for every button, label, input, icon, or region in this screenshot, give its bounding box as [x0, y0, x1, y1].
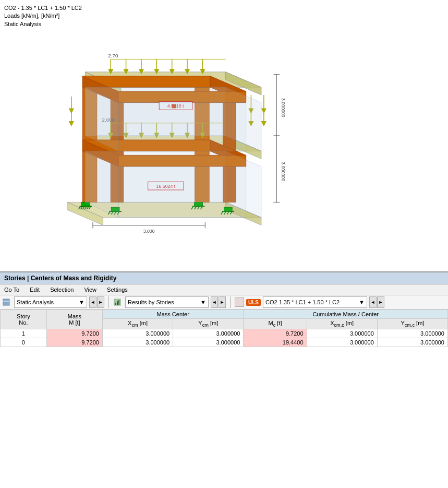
analysis-dropdown-arrow[interactable]: ▼	[79, 299, 84, 305]
col-mc: Mc [t]	[244, 319, 307, 329]
svg-text:3.000: 3.000	[143, 229, 155, 234]
cell-story-0: 0	[1, 338, 47, 347]
toolbar-bar: Static Analysis ▼ ◄ ► Results by Stories…	[0, 295, 448, 310]
cell-xcmc-1: 3.000000	[307, 329, 377, 338]
menu-selection[interactable]: Selection	[48, 285, 76, 294]
col-mass: MassM [t]	[46, 310, 102, 329]
analysis-nav: ◄ ►	[89, 296, 104, 308]
col-mass-center: Mass Center	[102, 310, 243, 319]
cell-story-1: 1	[1, 329, 47, 338]
results-prev[interactable]: ◄	[211, 296, 218, 308]
col-xcm: Xcm [m]	[102, 319, 173, 329]
cell-mc-0: 19.4400	[244, 338, 307, 347]
menu-settings[interactable]: Settings	[105, 285, 130, 294]
col-ycm: Ycm [m]	[173, 319, 244, 329]
menu-bar: Go To Edit Selection View Settings	[0, 284, 448, 295]
results-icon	[113, 298, 122, 306]
svg-text:2.70: 2.70	[108, 53, 118, 58]
cell-mass-0: 9.7200	[46, 338, 102, 347]
viewport: CO2 - 1.35 * LC1 + 1.50 * LC2 Loads [kN/…	[0, 0, 448, 271]
analysis-next[interactable]: ►	[97, 296, 104, 308]
cell-mass-1: 9.7200	[46, 329, 102, 338]
header-line1: CO2 - 1.35 * LC1 + 1.50 * LC2	[4, 4, 82, 12]
cell-xcm-1: 3.000000	[102, 329, 173, 338]
cell-ycmc-0: 3.000000	[377, 338, 447, 347]
menu-edit[interactable]: Edit	[28, 285, 42, 294]
results-nav: ◄ ►	[211, 296, 226, 308]
svg-rect-121	[118, 300, 119, 305]
table-area: StoryNo. MassM [t] Mass Center Cumulativ…	[0, 310, 448, 488]
cell-mc-1: 9.7200	[244, 329, 307, 338]
cell-ycm-1: 3.000000	[173, 329, 244, 338]
combo-next[interactable]: ►	[377, 296, 384, 308]
table-row: 0 9.7200 3.000000 3.000000 19.4400 3.000…	[1, 338, 448, 347]
combo-dropdown-arrow[interactable]: ▼	[359, 299, 365, 305]
cell-xcmc-0: 3.000000	[307, 338, 377, 347]
svg-rect-120	[117, 301, 118, 305]
menu-view[interactable]: View	[82, 285, 99, 294]
separator1	[108, 296, 109, 308]
col-xcmc: Xcm,c [m]	[307, 319, 377, 329]
col-story-no: StoryNo.	[1, 310, 47, 329]
separator2	[230, 296, 231, 308]
header-line2: Loads [kN/m], [kN/m²]	[4, 12, 82, 20]
cell-xcm-0: 3.000000	[102, 338, 173, 347]
results-dropdown[interactable]: Results by Stories ▼	[125, 296, 209, 308]
analysis-prev[interactable]: ◄	[89, 296, 96, 308]
results-table: StoryNo. MassM [t] Mass Center Cumulativ…	[0, 310, 448, 347]
svg-rect-119	[115, 303, 116, 305]
table-row: 1 9.7200 3.000000 3.000000 9.7200 3.0000…	[1, 329, 448, 338]
combo-nav: ◄ ►	[369, 296, 384, 308]
svg-text:3.000000: 3.000000	[281, 98, 286, 117]
analysis-dropdown[interactable]: Static Analysis ▼	[14, 296, 87, 308]
panel-title: Stories | Centers of Mass and Rigidity	[0, 272, 448, 284]
svg-marker-68	[262, 122, 266, 126]
svg-marker-114	[118, 166, 246, 218]
col-cumulative: Cumulative Mass / Center	[244, 310, 448, 319]
results-next[interactable]: ►	[219, 296, 226, 308]
svg-rect-116	[3, 299, 9, 305]
svg-marker-76	[69, 122, 74, 126]
results-dropdown-arrow[interactable]: ▼	[200, 299, 206, 305]
combo-dropdown[interactable]: CO2 1.35 * LC1 + 1.50 * LC2 ▼	[263, 296, 367, 308]
cell-ycm-0: 3.000000	[173, 338, 244, 347]
bottom-panel: Stories | Centers of Mass and Rigidity G…	[0, 271, 448, 488]
color-swatch	[235, 297, 244, 307]
cell-ycmc-1: 3.000000	[377, 329, 447, 338]
menu-goto[interactable]: Go To	[2, 285, 21, 294]
svg-text:3.000000: 3.000000	[281, 162, 286, 181]
analysis-icon	[2, 298, 10, 306]
combo-prev[interactable]: ◄	[369, 296, 377, 308]
uls-badge: ULS	[246, 299, 261, 306]
structure-diagram: 3.000000 3.000000 3.000	[29, 21, 300, 261]
svg-marker-110	[118, 103, 246, 151]
col-ycmc: Ycm,c [m]	[377, 319, 447, 329]
